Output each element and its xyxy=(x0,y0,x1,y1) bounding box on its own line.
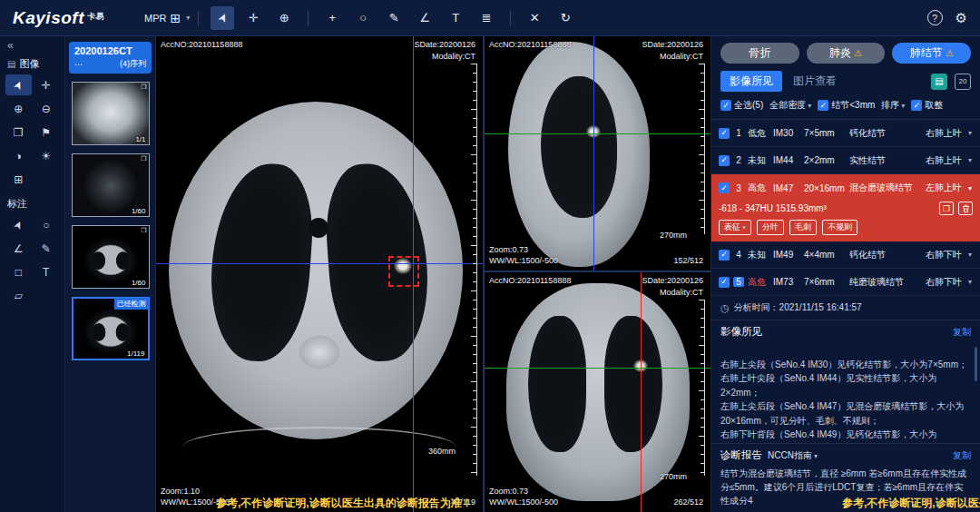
cursor-tool-button[interactable]: ➤ xyxy=(211,6,234,30)
mpr-layout-selector[interactable]: MPR ⊞ xyxy=(144,11,190,25)
delete-nodule-button[interactable] xyxy=(958,202,973,215)
help-button[interactable]: ? xyxy=(927,10,943,25)
viewport-axial[interactable]: AccNO:202101158888 SDate:20200126 Modali… xyxy=(156,36,483,512)
mode-lung-nodule-button[interactable]: 肺结节 ⚠ xyxy=(892,43,971,64)
pan-tool-button[interactable]: ✛ xyxy=(241,6,265,30)
feature-tag-spiculation[interactable]: 毛刺 xyxy=(789,220,817,235)
zoom-tool-button[interactable]: ⊕ xyxy=(272,6,296,30)
small-nodule-checkbox[interactable] xyxy=(818,100,828,111)
image-number: IM47 xyxy=(773,183,800,193)
expand-icon[interactable]: ❐ xyxy=(141,84,146,91)
expand-icon[interactable]: ❐ xyxy=(141,155,146,162)
pan-tool-button[interactable]: ✛ xyxy=(34,74,60,95)
series-thumbnail-1[interactable]: ❐ 1/1 xyxy=(72,82,150,145)
rect-annotation-button[interactable]: □ xyxy=(5,261,32,282)
nodule-roi-box[interactable] xyxy=(388,256,419,287)
round-checkbox[interactable] xyxy=(911,100,922,111)
hu-volume-text: -618 - 347HU 1515.93mm³ xyxy=(719,203,827,213)
ruler xyxy=(699,300,705,476)
tab-image-view[interactable]: 图片查看 xyxy=(793,74,837,89)
select-all-filter[interactable]: 全选(5) xyxy=(720,99,763,112)
angle-tool-button[interactable]: ∠ xyxy=(413,6,436,30)
ai-mode-buttons: 骨折 肺炎 ⚠ 肺结节 ⚠ xyxy=(711,36,980,68)
nodule-checkbox[interactable] xyxy=(719,128,730,139)
study-card[interactable]: 20200126CT ⋯ (4)序列 xyxy=(69,42,152,74)
nodule-row-3[interactable]: 3 高危 IM47 20×16mm 混合磨玻璃结节 左肺上叶 xyxy=(711,174,980,202)
axial-crosshair-line[interactable] xyxy=(485,368,710,369)
select-all-checkbox[interactable] xyxy=(720,100,731,111)
ellipse-tool-button[interactable]: ○ xyxy=(351,6,375,30)
feature-tag-irregular[interactable]: 不规则 xyxy=(822,220,858,235)
text-tool-button[interactable]: T xyxy=(444,6,467,30)
copy-report-button[interactable]: 复制 xyxy=(953,449,971,462)
reset-view-button[interactable]: ↻ xyxy=(554,6,577,30)
nodule-row-4[interactable]: 4 未知 IM49 4×4mm 钙化结节 右肺下叶 xyxy=(711,241,980,269)
pencil-tool-button[interactable]: ✎ xyxy=(382,6,406,30)
expand-icon[interactable]: ❐ xyxy=(141,227,146,234)
viewport-sagittal[interactable]: AccNO:202101158888 SDate:20200126 Modali… xyxy=(485,36,710,271)
acc-no: AccNO:202101158888 xyxy=(161,39,242,51)
mode-pneumonia-button[interactable]: 肺炎 ⚠ xyxy=(807,43,886,64)
clear-annotations-button[interactable]: ✕ xyxy=(523,6,546,30)
nccn-guide-dropdown[interactable]: NCCN指南 xyxy=(768,449,818,462)
layout-button[interactable]: ⊞ xyxy=(5,169,32,190)
more-icon[interactable]: ⋯ xyxy=(74,60,83,69)
nodule-row-3-selected[interactable]: 3 高危 IM47 20×16mm 混合磨玻璃结节 左肺上叶 -618 - 34… xyxy=(711,174,980,241)
pencil-annotation-button[interactable]: ✎ xyxy=(34,238,60,259)
magnifier-button[interactable]: ⊖ xyxy=(34,98,60,119)
report-icon[interactable]: ▤ xyxy=(931,74,947,90)
nodule-feature-chips: 表征 分叶 毛刺 不规则 xyxy=(719,220,973,235)
feature-dropdown[interactable]: 表征 xyxy=(719,220,751,235)
sagittal-crosshair-line[interactable] xyxy=(641,272,642,512)
contrast-button[interactable]: ◑ xyxy=(5,145,32,166)
layout-20-icon[interactable]: 20 xyxy=(955,74,971,90)
expand-caret[interactable] xyxy=(965,251,975,259)
expand-caret[interactable] xyxy=(965,129,975,137)
brightness-button[interactable]: ☀ xyxy=(34,145,60,166)
nodule-checkbox[interactable] xyxy=(719,277,730,288)
magnifier-icon: ⊖ xyxy=(42,103,51,115)
select-tool-button[interactable]: ➤ xyxy=(5,214,32,235)
mode-label: 骨折 xyxy=(749,45,770,61)
series-thumbnail-3[interactable]: ❐ 1/60 xyxy=(72,225,150,289)
coronal-crosshair-line[interactable] xyxy=(156,263,483,264)
nodule-checkbox[interactable] xyxy=(719,155,730,166)
round-filter[interactable]: 取整 xyxy=(911,99,943,112)
sort-dropdown[interactable]: 排序 xyxy=(881,99,905,112)
series-thumbnail-4[interactable]: 已经检测 1/119 xyxy=(72,297,150,360)
nodule-checkbox[interactable] xyxy=(719,182,730,193)
reset-rotate-icon: ↻ xyxy=(561,11,571,25)
angle-annotation-button[interactable]: ∠ xyxy=(5,238,32,259)
ellipse-annotation-button[interactable]: ○ xyxy=(34,214,60,235)
collapse-caret[interactable] xyxy=(965,184,975,192)
cursor-tool-button[interactable]: ➤ xyxy=(5,74,32,95)
report-title: 诊断报告 xyxy=(720,448,762,462)
feature-tag-lobulation[interactable]: 分叶 xyxy=(757,220,784,235)
viewport-coronal[interactable]: AccNO:202101158888 SDate:20200126 Modali… xyxy=(485,272,710,512)
eraser-button[interactable]: ▱ xyxy=(5,285,32,306)
nodule-checkbox[interactable] xyxy=(719,250,730,261)
measure-list-button[interactable]: ≣ xyxy=(475,6,498,30)
text-annotation-button[interactable]: T xyxy=(34,261,60,282)
nodule-row-2[interactable]: 2 未知 IM44 2×2mm 实性结节 右肺上叶 xyxy=(711,147,980,174)
small-nodule-filter[interactable]: 结节<3mm xyxy=(818,99,875,112)
nodule-row-1[interactable]: 1 低危 IM30 7×5mm 钙化结节 右肺上叶 xyxy=(711,120,980,147)
capture-button[interactable]: ❐ xyxy=(5,122,32,143)
tab-imaging-findings[interactable]: 影像所见 xyxy=(720,71,782,92)
coronal-crosshair-line[interactable] xyxy=(593,36,594,271)
copy-nodule-button[interactable]: ❐ xyxy=(939,202,954,215)
nodule-row-5[interactable]: 5 高危 IM73 7×6mm 纯磨玻璃结节 右肺下叶 xyxy=(711,269,980,296)
flag-button[interactable]: ⚑ xyxy=(34,122,60,143)
expand-caret[interactable] xyxy=(965,156,975,164)
crosshair-tool-button[interactable]: + xyxy=(320,6,344,30)
collapse-button[interactable]: « xyxy=(0,36,64,54)
settings-button[interactable]: ⚙ xyxy=(956,10,967,26)
expand-caret[interactable] xyxy=(965,278,975,286)
zoom-in-button[interactable]: ⊕ xyxy=(5,98,32,119)
axial-crosshair-line[interactable] xyxy=(485,133,710,134)
series-thumbnail-2[interactable]: ❐ 1/60 xyxy=(72,153,150,217)
copy-findings-button[interactable]: 复制 xyxy=(953,326,971,339)
mode-fracture-button[interactable]: 骨折 xyxy=(720,43,799,64)
scrollbar[interactable] xyxy=(975,347,977,381)
density-dropdown[interactable]: 全部密度 xyxy=(769,99,811,112)
